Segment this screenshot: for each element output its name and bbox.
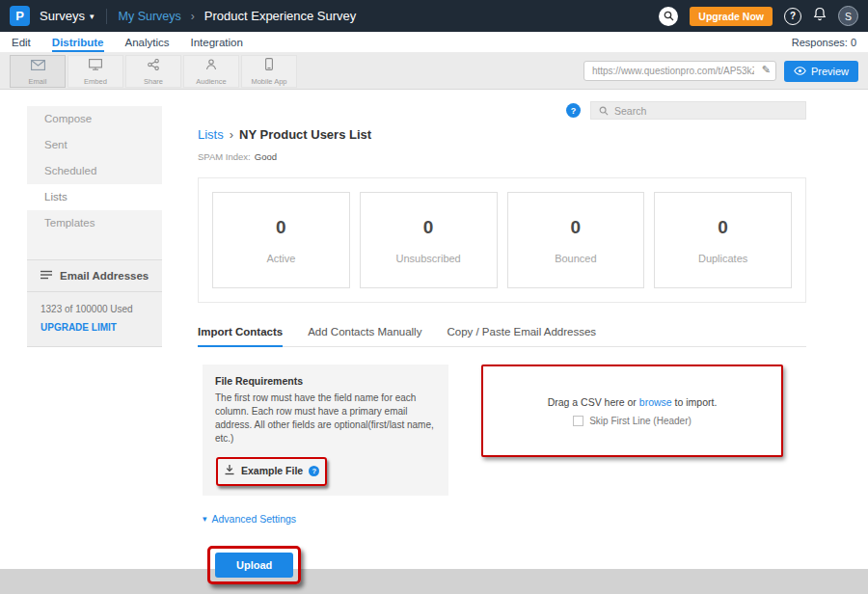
channel-email[interactable]: Email <box>10 55 66 88</box>
import-section: File Requirements The first row must hav… <box>203 364 806 496</box>
sidebar-item-scheduled[interactable]: Scheduled <box>27 158 162 184</box>
preview-button[interactable]: Preview <box>784 61 858 82</box>
survey-url-box: ✎ <box>583 61 776 81</box>
channel-share-label: Share <box>144 77 163 86</box>
email-addresses-panel: Email Addresses 1323 of 100000 Used UPGR… <box>27 259 162 347</box>
download-icon <box>224 462 235 479</box>
example-file-label: Example File <box>241 465 303 476</box>
stat-card-unsubscribed[interactable]: 0 Unsubscribed <box>360 192 498 288</box>
skip-first-line-label: Skip First Line (Header) <box>589 416 692 426</box>
share-icon <box>148 57 159 74</box>
edit-url-icon[interactable]: ✎ <box>762 64 771 76</box>
dropzone-text: Drag a CSV here or browse to import. <box>548 396 718 408</box>
stat-card-bounced[interactable]: 0 Bounced <box>507 192 645 288</box>
skip-first-line-row: Skip First Line (Header) <box>573 416 692 426</box>
breadcrumb: Lists › NY Product Users List <box>198 127 806 142</box>
example-file-link[interactable]: Example File ? <box>219 459 324 482</box>
stat-value: 0 <box>718 217 728 238</box>
stats-container: 0 Active 0 Unsubscribed 0 Bounced 0 Dupl… <box>198 177 806 303</box>
tab-add-contacts-manually[interactable]: Add Contacts Manually <box>308 326 421 346</box>
sidebar-item-compose[interactable]: Compose <box>27 106 162 132</box>
caret-down-icon: ▾ <box>203 514 207 524</box>
question-icon: ? <box>790 11 796 21</box>
spam-index: SPAM Index: Good <box>198 151 806 162</box>
nav-tab-analytics[interactable]: Analytics <box>125 32 170 52</box>
upgrade-now-button[interactable]: Upgrade Now <box>690 7 773 26</box>
spam-index-label: SPAM Index: <box>198 151 251 162</box>
list-search-box <box>590 101 806 120</box>
stat-label: Bounced <box>555 253 596 264</box>
notifications-button[interactable] <box>813 7 827 25</box>
surveys-menu-label: Surveys <box>40 9 85 23</box>
breadcrumb-lists-link[interactable]: Lists <box>198 127 224 142</box>
user-avatar[interactable]: S <box>838 6 858 26</box>
stat-value: 0 <box>276 217 286 238</box>
stat-card-duplicates[interactable]: 0 Duplicates <box>654 192 792 288</box>
upload-button[interactable]: Upload <box>215 553 293 578</box>
responses-count[interactable]: Responses: 0 <box>792 32 856 52</box>
app-window: P Surveys ▾ My Surveys › Product Experie… <box>0 0 868 594</box>
tab-import-contacts[interactable]: Import Contacts <box>198 326 283 347</box>
nav-tab-distribute[interactable]: Distribute <box>52 32 104 52</box>
search-icon <box>664 8 674 25</box>
lists-help-button[interactable]: ? <box>566 103 581 118</box>
channel-email-label: Email <box>29 77 47 86</box>
survey-url-area: ✎ Preview <box>583 61 858 82</box>
search-input[interactable] <box>614 105 798 117</box>
channel-share[interactable]: Share <box>125 55 181 88</box>
search-icon <box>599 102 609 120</box>
lists-main-panel: ? Lists › NY Product Users List SPAM Ind… <box>198 101 806 584</box>
surveys-menu[interactable]: Surveys ▾ <box>40 9 95 23</box>
bell-icon <box>813 7 827 25</box>
channel-mobile-app[interactable]: Mobile App <box>241 55 297 88</box>
questionpro-logo[interactable]: P <box>10 6 30 26</box>
email-sidebar: Compose Sent Scheduled Lists Templates E… <box>27 106 162 347</box>
channel-audience[interactable]: Audience <box>183 55 239 88</box>
my-surveys-link[interactable]: My Surveys <box>119 10 181 23</box>
annotation-upload-button: Upload <box>207 546 301 584</box>
preview-label: Preview <box>811 66 849 77</box>
upgrade-limit-link[interactable]: UPGRADE LIMIT <box>27 314 162 333</box>
spam-index-value: Good <box>255 151 277 162</box>
audience-icon <box>205 57 217 74</box>
channel-embed[interactable]: Embed <box>68 55 123 88</box>
channel-mobile-label: Mobile App <box>251 77 286 86</box>
file-requirements-title: File Requirements <box>215 375 436 387</box>
survey-nav: Edit Distribute Analytics Integration Re… <box>0 32 868 53</box>
breadcrumb-separator-icon: › <box>230 127 233 142</box>
usage-text: 1323 of 100000 Used <box>27 292 162 314</box>
eye-icon <box>794 66 806 77</box>
tab-copy-paste-emails[interactable]: Copy / Paste Email Addresses <box>447 326 596 346</box>
mobile-icon <box>265 57 273 74</box>
current-list-name: NY Product Users List <box>239 127 371 142</box>
sidebar-menu: Compose Sent Scheduled Lists Templates <box>27 106 162 259</box>
sidebar-item-lists[interactable]: Lists <box>27 184 162 210</box>
email-addresses-header: Email Addresses <box>27 260 162 292</box>
file-requirements-box: File Requirements The first row must hav… <box>203 364 448 496</box>
stat-label: Unsubscribed <box>395 253 460 264</box>
dropzone-text-after: to import. <box>672 396 718 408</box>
stat-value: 0 <box>571 217 582 238</box>
dropzone-text-before: Drag a CSV here or <box>548 396 639 408</box>
channel-audience-label: Audience <box>196 77 226 86</box>
topbar-divider <box>106 9 107 24</box>
breadcrumb-separator-icon: › <box>191 10 195 23</box>
chevron-down-icon: ▾ <box>90 12 95 21</box>
nav-tab-integration[interactable]: Integration <box>191 32 243 52</box>
example-file-help-icon[interactable]: ? <box>309 466 319 476</box>
skip-first-line-checkbox[interactable] <box>573 416 583 426</box>
nav-tab-edit[interactable]: Edit <box>12 32 31 52</box>
csv-dropzone[interactable]: Drag a CSV here or browse to import. Ski… <box>481 364 783 457</box>
browse-link[interactable]: browse <box>639 396 672 408</box>
stat-card-active[interactable]: 0 Active <box>212 192 350 288</box>
top-bar: P Surveys ▾ My Surveys › Product Experie… <box>0 0 868 32</box>
channel-embed-label: Embed <box>84 77 107 86</box>
email-icon <box>31 57 45 74</box>
file-requirements-text: The first row must have the field name f… <box>215 392 436 446</box>
global-search-button[interactable] <box>659 7 678 26</box>
survey-url-input[interactable] <box>583 61 776 81</box>
sidebar-item-templates[interactable]: Templates <box>27 210 162 236</box>
sidebar-item-sent[interactable]: Sent <box>27 132 162 158</box>
advanced-settings-toggle[interactable]: ▾ Advanced Settings <box>203 513 806 525</box>
help-button[interactable]: ? <box>784 8 801 25</box>
